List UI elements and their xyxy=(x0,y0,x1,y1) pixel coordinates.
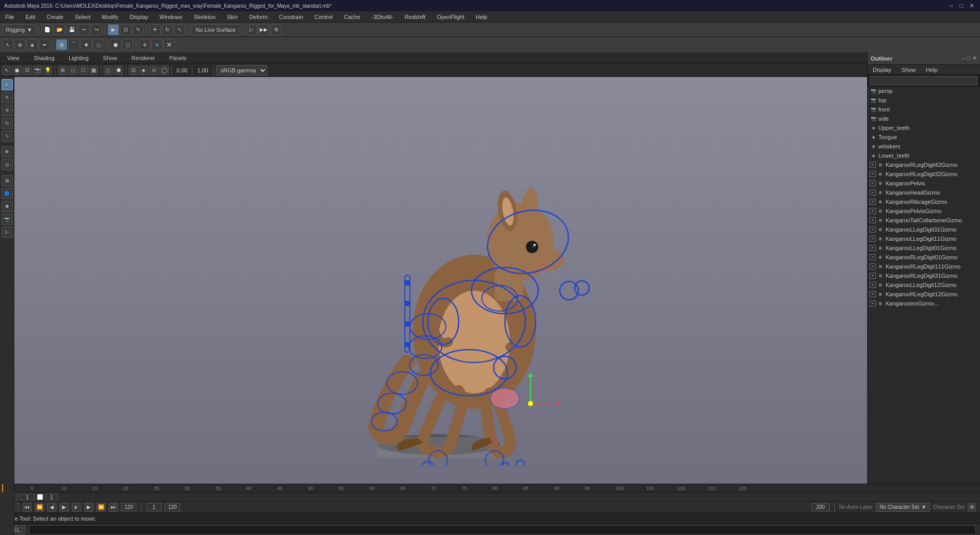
tree-item-upper-teeth[interactable]: ◈ Upper_teeth xyxy=(868,123,980,132)
tree-item-top[interactable]: 📷 top xyxy=(868,95,980,105)
tree-item-klld01[interactable]: + ⊕ KangarooLLegDigit01Gizmo xyxy=(868,243,980,253)
menu-redshift[interactable]: Redshift xyxy=(403,13,427,21)
vp-shading-btn[interactable]: ◻ xyxy=(68,66,77,75)
menu-select[interactable]: Select xyxy=(73,13,93,21)
tree-item-front[interactable]: 📷 front xyxy=(868,105,980,114)
vp-menu-view[interactable]: View xyxy=(4,54,23,62)
redo-btn[interactable]: ↪ xyxy=(91,24,102,35)
vp-snap-2[interactable]: ◈ xyxy=(139,66,148,75)
snap-point-btn[interactable]: ✚ xyxy=(81,39,92,50)
tree-item-ktail[interactable]: + ⊕ KangarooTailCollarboneGizmo xyxy=(868,216,980,225)
vp-isolate-btn[interactable]: ⊙ xyxy=(2,159,13,170)
vp-rotate-btn[interactable]: ↻ xyxy=(2,118,13,129)
rigging-dropdown[interactable]: Rigging ▼ xyxy=(2,24,36,35)
vp-tb-1[interactable]: ↖ xyxy=(2,66,11,75)
outliner-menu-display[interactable]: Display xyxy=(871,67,893,73)
move-tool-btn[interactable]: ✛ xyxy=(149,24,161,35)
expand-icon-krld32[interactable]: + xyxy=(870,171,876,177)
menu-constrain[interactable]: Constrain xyxy=(277,13,305,21)
vp-resolution-btn[interactable]: ◻ xyxy=(104,66,113,75)
vp-tex-btn[interactable]: ▦ xyxy=(89,66,98,75)
snap-curve-btn[interactable]: ⌒ xyxy=(68,39,80,50)
frame-display[interactable] xyxy=(45,493,58,501)
menu-windows[interactable]: Windows xyxy=(158,13,185,21)
vp-menu-renderer[interactable]: Renderer xyxy=(128,54,158,62)
expand-icon-kmore[interactable]: + xyxy=(870,300,876,307)
expand-icon-krld31[interactable]: + xyxy=(870,273,876,279)
vp-snap-3[interactable]: ⊙ xyxy=(149,66,159,75)
next-frame-btn[interactable]: ⏩ xyxy=(96,503,106,512)
outliner-minimize[interactable]: – xyxy=(962,55,965,62)
timeline-ruler[interactable]: 1 5 10 15 20 25 30 35 40 45 50 55 60 65 … xyxy=(0,484,980,493)
expand-icon-krld01[interactable]: + xyxy=(870,254,876,260)
menu-file[interactable]: File xyxy=(3,13,16,21)
select-tool-btn[interactable]: ▶ xyxy=(108,24,119,35)
extrude-btn[interactable]: ⬢ xyxy=(110,39,121,50)
play-btn[interactable]: ▶ xyxy=(60,503,69,512)
hierarchy-select-btn[interactable]: ⊕ xyxy=(14,39,26,50)
range-checkbox[interactable] xyxy=(37,494,43,500)
vp-show-hide-btn[interactable]: 👁 xyxy=(2,146,13,158)
vp-menu-panels[interactable]: Panels xyxy=(166,54,190,62)
menu-display[interactable]: Display xyxy=(128,13,150,21)
expand-icon-klld01[interactable]: + xyxy=(870,245,876,251)
outliner-menu-show[interactable]: Show xyxy=(899,67,918,73)
script-input[interactable] xyxy=(29,525,976,534)
select-arrow-btn[interactable]: ↖ xyxy=(2,39,13,50)
viewport-content[interactable]: persp Symmetry: Off Soft Select: Off xyxy=(14,77,867,535)
menu-control[interactable]: Control xyxy=(312,13,335,21)
vp-tb-light[interactable]: 💡 xyxy=(43,66,52,75)
tree-item-krld32[interactable]: + ⊕ KangarooRLegDigit32Gizmo xyxy=(868,169,980,179)
vp-tb-2[interactable]: ◼ xyxy=(12,66,22,75)
tree-item-krld111[interactable]: + ⊕ KangarooRLegDigit111Gizmo xyxy=(868,262,980,271)
tree-item-klld11[interactable]: + ⊕ KangarooLLegDigit11Gizmo xyxy=(868,234,980,243)
menu-create[interactable]: Create xyxy=(45,13,66,21)
vp-grid-toggle-btn[interactable]: ⊞ xyxy=(2,175,13,186)
prev-frame-btn[interactable]: ⏪ xyxy=(35,503,44,512)
start-frame-input[interactable] xyxy=(19,493,35,501)
render-sequence-btn[interactable]: ▶▶ xyxy=(258,24,269,35)
minimize-button[interactable]: – xyxy=(947,2,955,10)
close-button[interactable]: ✕ xyxy=(968,2,976,10)
anim-max-input[interactable] xyxy=(812,503,830,511)
xform-btn[interactable]: ✛ xyxy=(139,39,150,50)
cross-btn[interactable]: ✕ xyxy=(164,39,175,50)
go-start-btn[interactable]: ⏮ xyxy=(23,503,32,512)
tree-item-kpelvisgiz[interactable]: + ⊕ KangarooPelvisGizmo xyxy=(868,206,980,216)
anim-prefs-btn[interactable]: ⚙ xyxy=(968,503,976,511)
tree-item-klld12[interactable]: + ⊕ KangarooLLegDigit12Gizmo xyxy=(868,280,980,290)
prev-key-btn[interactable]: ◀ xyxy=(47,503,56,512)
menu-edit[interactable]: Edit xyxy=(24,13,37,21)
expand-icon-kpelvisgiz[interactable]: + xyxy=(870,208,876,214)
tree-item-lower-teeth[interactable]: ◈ Lower_teeth xyxy=(868,151,980,160)
snap-grid-btn[interactable]: ⊞ xyxy=(56,39,67,50)
tree-item-side[interactable]: 📷 side xyxy=(868,114,980,123)
expand-icon-krld12[interactable]: + xyxy=(870,291,876,297)
open-scene-btn[interactable]: 📂 xyxy=(54,24,65,35)
vp-tb-3[interactable]: ⊡ xyxy=(23,66,32,75)
expand-icon-krld111[interactable]: + xyxy=(870,263,876,270)
vp-select-btn[interactable]: ↖ xyxy=(2,79,13,90)
tree-item-krld12[interactable]: + ⊕ KangarooRLegDigit12Gizmo xyxy=(868,290,980,299)
no-live-surface-btn[interactable]: No Live Surface xyxy=(191,24,240,35)
play-back-btn[interactable]: ⏵ xyxy=(72,503,81,512)
range-start-input[interactable] xyxy=(146,503,162,511)
paint-select-btn[interactable]: ✎ xyxy=(132,24,144,35)
vp-menu-show[interactable]: Show xyxy=(100,54,121,62)
vp-tb-cam[interactable]: 📷 xyxy=(33,66,42,75)
bridge-btn[interactable]: ⬡ xyxy=(122,39,133,50)
tree-item-krld42[interactable]: + ⊕ KangarooRLegDigit42Gizmo xyxy=(868,160,980,169)
outliner-menu-help[interactable]: Help xyxy=(924,67,940,73)
vp-menu-shading[interactable]: Shading xyxy=(31,54,57,62)
vp-paint-btn[interactable]: ✎ xyxy=(2,92,13,103)
tree-item-kribcage[interactable]: + ⊕ KangarooRibcageGizmo xyxy=(868,197,980,206)
undo-btn[interactable]: ↩ xyxy=(79,24,90,35)
tree-item-persp[interactable]: 📷 persp xyxy=(868,86,980,95)
vp-snap-toggle-btn[interactable]: 🔵 xyxy=(2,188,13,199)
tree-item-whiskers[interactable]: ◈ whiskers xyxy=(868,142,980,151)
vp-axis-btn[interactable]: ✚ xyxy=(2,201,13,212)
expand-icon-kribcage[interactable]: + xyxy=(870,199,876,205)
tree-item-kheadgiz[interactable]: + ⊕ KangarooHeadGizmo xyxy=(868,188,980,197)
tree-item-krld01[interactable]: + ⊕ KangarooRLegDigit01Gizmo xyxy=(868,253,980,262)
rotate-tool-btn[interactable]: ↻ xyxy=(162,24,173,35)
